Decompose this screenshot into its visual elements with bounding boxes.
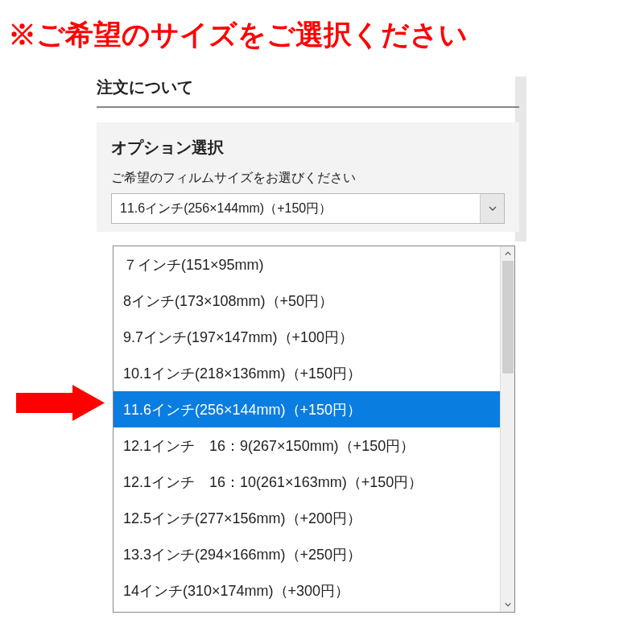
chevron-down-icon[interactable]: [480, 194, 504, 223]
order-panel: 注文について オプション選択 ご希望のフィルムサイズをお選びください 11.6イ…: [97, 76, 519, 232]
instruction-text: ※ご希望のサイズをご選択ください: [0, 0, 644, 62]
dropdown-option[interactable]: 13.3インチ(294×166mm)（+250円）: [114, 536, 500, 572]
option-subheading: ご希望のフィルムサイズをお選びください: [111, 170, 505, 187]
scroll-down-icon[interactable]: [501, 597, 515, 612]
dropdown-option[interactable]: 12.1インチ 16：10(261×163mm)（+150円）: [114, 464, 500, 500]
select-value: 11.6インチ(256×144mm)（+150円）: [120, 200, 332, 217]
dropdown-option[interactable]: 10.1インチ(218×136mm)（+150円）: [114, 355, 500, 391]
dropdown-option[interactable]: 12.5インチ(277×156mm)（+200円）: [114, 500, 500, 536]
dropdown-option[interactable]: 14インチ(310×174mm)（+300円）: [114, 572, 500, 609]
section-title: 注文について: [97, 76, 519, 108]
size-dropdown: ７インチ(151×95mm)8インチ(173×108mm)（+50円）9.7イン…: [113, 246, 515, 613]
dropdown-option[interactable]: 12.1インチ 16：9(267×150mm)（+150円）: [114, 427, 500, 464]
scroll-up-icon[interactable]: [501, 246, 515, 261]
scroll-thumb[interactable]: [502, 261, 514, 374]
svg-marker-0: [16, 385, 105, 421]
dropdown-list: ７インチ(151×95mm)8インチ(173×108mm)（+50円）9.7イン…: [114, 246, 500, 612]
dropdown-option[interactable]: 8インチ(173×108mm)（+50円）: [114, 283, 500, 319]
arrow-pointer-icon: [16, 385, 105, 421]
option-box: オプション選択 ご希望のフィルムサイズをお選びください 11.6インチ(256×…: [97, 122, 519, 232]
option-heading: オプション選択: [111, 137, 505, 159]
dropdown-option[interactable]: ７インチ(151×95mm): [114, 246, 500, 283]
select-row: 11.6インチ(256×144mm)（+150円）: [111, 193, 505, 224]
scrollbar-track[interactable]: [500, 246, 514, 612]
dropdown-option[interactable]: 9.7インチ(197×147mm)（+100円）: [114, 319, 500, 355]
size-select[interactable]: 11.6インチ(256×144mm)（+150円）: [111, 193, 505, 224]
dropdown-option[interactable]: 11.6インチ(256×144mm)（+150円）: [114, 391, 500, 427]
